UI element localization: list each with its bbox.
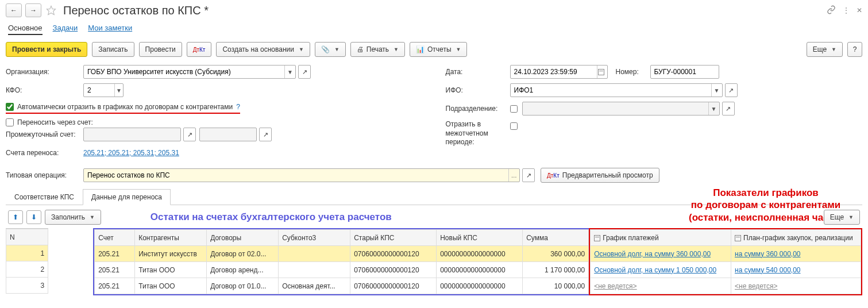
ifo-input-wrap: ▼ bbox=[510, 83, 723, 97]
kfo-label: КФО: bbox=[6, 86, 83, 94]
subdiv-open-button[interactable]: ↗ bbox=[722, 102, 735, 116]
post-close-button[interactable]: Провести и закрыть bbox=[6, 42, 87, 57]
table-row[interactable]: 205.21 Титан ООО Договор от 01.0... Осно… bbox=[95, 278, 589, 294]
typop-select-button[interactable]: … bbox=[508, 169, 520, 182]
arrow-left-icon: ← bbox=[10, 6, 17, 14]
col-new-kps[interactable]: Новый КПС bbox=[437, 230, 523, 246]
move-down-button[interactable]: ⬇ bbox=[26, 210, 41, 224]
col-plan-graph[interactable]: План-график закупок, реализации bbox=[731, 230, 861, 246]
cell-n[interactable]: 1 bbox=[6, 245, 48, 261]
dtkt-button[interactable]: ДтКт bbox=[187, 42, 212, 57]
attach-button[interactable]: 📎▼ bbox=[315, 42, 346, 57]
col-sum[interactable]: Сумма bbox=[523, 230, 589, 246]
dtkt-icon: ДтКт bbox=[547, 172, 560, 179]
graph-link[interactable]: Основной долг, на сумму 360 000,00 bbox=[594, 250, 711, 258]
subnav-main[interactable]: Основное bbox=[8, 22, 43, 35]
more-button[interactable]: Еще▼ bbox=[807, 42, 843, 57]
chevron-down-icon: ▼ bbox=[456, 47, 461, 52]
table-row[interactable]: Основной долг, на сумму 1 050 000,00 на … bbox=[591, 262, 861, 278]
attach-icon: 📎 bbox=[321, 45, 330, 53]
number-input[interactable] bbox=[651, 66, 719, 78]
subdiv-checkbox[interactable] bbox=[510, 105, 518, 113]
col-old-kps[interactable]: Старый КПС bbox=[350, 230, 437, 246]
col-graph-pay[interactable]: График платежей bbox=[591, 230, 731, 246]
tab-kps-match[interactable]: Соответствие КПС bbox=[6, 189, 83, 205]
ifo-open-button[interactable]: ↗ bbox=[725, 83, 738, 97]
close-icon[interactable]: ✕ bbox=[857, 6, 862, 14]
col-sub3[interactable]: Субконто3 bbox=[279, 230, 350, 246]
org-dropdown-button[interactable]: ▼ bbox=[284, 66, 295, 78]
preview-button[interactable]: ДтКт Предварительный просмотр bbox=[541, 168, 659, 183]
transfer-acc-checkbox[interactable] bbox=[6, 118, 14, 126]
subdiv-label: Подразделение: bbox=[446, 105, 510, 113]
table-row[interactable]: <не ведется> <не ведется> bbox=[591, 278, 861, 294]
date-input[interactable] bbox=[511, 66, 597, 78]
move-up-button[interactable]: ⬆ bbox=[8, 210, 23, 224]
chevron-down-icon: ▼ bbox=[334, 47, 340, 52]
table-row[interactable]: 205.21 Титан ООО Договор аренд... 070600… bbox=[95, 262, 589, 278]
create-based-button[interactable]: Создать на основании▼ bbox=[216, 42, 310, 57]
plan-link[interactable]: на сумму 540 000,00 bbox=[735, 266, 801, 274]
typop-open-button[interactable]: ↗ bbox=[522, 168, 535, 182]
date-cal-button[interactable] bbox=[597, 66, 607, 78]
col-account[interactable]: Счет bbox=[95, 230, 135, 246]
data-table-container: N 1 2 3 Счет Контрагенты Договоры Субкон… bbox=[6, 228, 862, 295]
ifo-label: ИФО: bbox=[446, 86, 510, 94]
favorite-star-icon[interactable] bbox=[45, 4, 57, 17]
org-open-button[interactable]: ↗ bbox=[298, 65, 311, 79]
interim-label: Промежуточный счет: bbox=[6, 130, 83, 138]
table-row[interactable]: Основной долг, на сумму 360 000,00 на су… bbox=[591, 246, 861, 262]
subnav-tasks[interactable]: Задачи bbox=[53, 22, 78, 35]
col-contr[interactable]: Контрагенты bbox=[135, 230, 207, 246]
interim-input2 bbox=[200, 128, 256, 141]
help-button[interactable]: ? bbox=[847, 42, 862, 57]
form-area: Организация: ▼ ↗ КФО: ▼ Автоматически от… bbox=[6, 65, 862, 164]
help-icon[interactable]: ? bbox=[236, 103, 240, 111]
print-button[interactable]: 🖨Печать▼ bbox=[350, 42, 405, 57]
auto-graph-checkbox[interactable] bbox=[6, 103, 14, 111]
cell-n[interactable]: 3 bbox=[6, 278, 48, 294]
org-input[interactable] bbox=[84, 66, 284, 78]
table-row[interactable]: 205.21 Институт искусств Договор от 02.0… bbox=[95, 246, 589, 262]
fill-button[interactable]: Заполнить▼ bbox=[45, 210, 101, 225]
printer-icon: 🖨 bbox=[357, 45, 364, 53]
interim-open2[interactable]: ↗ bbox=[259, 128, 272, 141]
more-menu-icon[interactable]: ⋮ bbox=[843, 6, 850, 14]
nav-forward-button[interactable]: → bbox=[25, 3, 41, 17]
graph-link[interactable]: Основной долг, на сумму 1 050 000,00 bbox=[594, 266, 716, 274]
reports-button[interactable]: 📊Отчеты▼ bbox=[410, 42, 467, 57]
subdiv-input bbox=[523, 102, 708, 115]
kfo-dropdown-button[interactable]: ▼ bbox=[114, 84, 123, 97]
transfer-acc-label: Переносить через счет: bbox=[17, 118, 93, 126]
subnav-notes[interactable]: Мои заметки bbox=[88, 22, 132, 35]
subdiv-dropdown-button[interactable]: ▼ bbox=[708, 102, 719, 115]
accounts-link[interactable]: 205.21; 205.21; 205.31; 205.31 bbox=[83, 149, 179, 157]
nav-back-button[interactable]: ← bbox=[6, 3, 22, 17]
typop-input[interactable] bbox=[84, 169, 508, 182]
interim-input2-wrap bbox=[199, 128, 257, 141]
chevron-down-icon: ▼ bbox=[90, 214, 95, 220]
interim-open1[interactable]: ↗ bbox=[183, 128, 196, 141]
sub-nav: Основное Задачи Мои заметки bbox=[6, 22, 862, 35]
tab-more-button[interactable]: Еще▼ bbox=[824, 210, 860, 225]
tab-transfer-data[interactable]: Данные для переноса bbox=[83, 189, 171, 205]
main-toolbar: Провести и закрыть Записать Провести ДтК… bbox=[6, 42, 862, 57]
interperiod-checkbox[interactable] bbox=[510, 122, 518, 130]
tab-toolbar: ⬆ ⬇ Заполнить▼ Остатки на счетах бухгалт… bbox=[6, 205, 862, 228]
calendar-icon bbox=[735, 235, 741, 241]
svg-marker-0 bbox=[47, 6, 56, 15]
table-graphs: График платежей План-график закупок, реа… bbox=[589, 228, 862, 295]
chevron-down-icon: ▼ bbox=[394, 47, 399, 52]
cell-n[interactable]: 2 bbox=[6, 261, 48, 278]
kfo-input[interactable] bbox=[84, 84, 114, 97]
ifo-dropdown-button[interactable]: ▼ bbox=[711, 84, 722, 97]
ifo-input[interactable] bbox=[511, 84, 711, 97]
interim-input bbox=[84, 128, 180, 141]
report-icon: 📊 bbox=[416, 45, 425, 53]
save-button[interactable]: Записать bbox=[92, 42, 134, 57]
dtkt-icon: ДтКт bbox=[193, 47, 206, 53]
post-button[interactable]: Провести bbox=[139, 42, 182, 57]
link-icon[interactable] bbox=[827, 5, 836, 16]
plan-link[interactable]: на сумму 360 000,00 bbox=[735, 250, 801, 258]
col-dog[interactable]: Договоры bbox=[207, 230, 279, 246]
